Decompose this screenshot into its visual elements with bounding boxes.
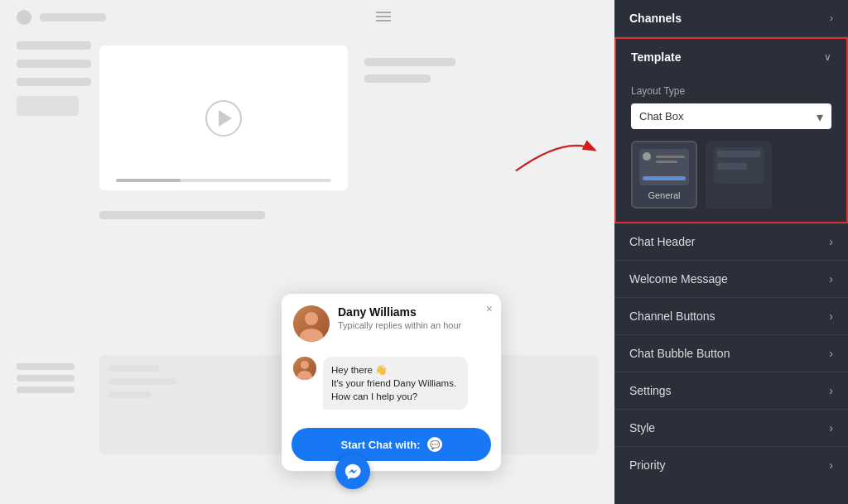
chat-user-status: Typically replies within an hour <box>338 320 489 330</box>
skel-lc2 <box>17 375 75 382</box>
thumb2-bar1 <box>717 151 760 157</box>
priority-label: Priority <box>629 458 666 472</box>
sidebar-item-style[interactable]: Style › <box>614 410 848 447</box>
preview-box <box>99 46 348 190</box>
chat-widget: Dany Williams Typically replies within a… <box>282 294 501 471</box>
sidebar-item-priority[interactable]: Priority › <box>614 447 848 483</box>
chat-bubble-button-label: Chat Bubble Button <box>629 347 730 360</box>
style-label: Style <box>629 421 655 434</box>
sidebar-item-channel-buttons[interactable]: Channel Buttons › <box>614 298 848 335</box>
red-arrow-indicator <box>505 128 605 178</box>
play-button[interactable] <box>205 100 242 137</box>
message-avatar <box>293 357 316 380</box>
logo-placeholder <box>17 10 31 25</box>
chat-user-info: Dany Williams Typically replies within a… <box>338 305 489 330</box>
thumb-line-1 <box>656 156 685 158</box>
sidebar-item-chat-header[interactable]: Chat Header › <box>614 223 848 261</box>
hamburger-icon[interactable] <box>376 12 391 22</box>
left-skeleton-group <box>17 41 95 116</box>
template-chevron: ∨ <box>824 51 831 63</box>
skel-r2 <box>364 74 431 83</box>
chat-header-label: Chat Header <box>629 235 695 248</box>
thumb-line-2 <box>656 161 677 163</box>
sidebar-item-chat-bubble-button[interactable]: Chat Bubble Button › <box>614 335 848 372</box>
below-preview-skeletons <box>99 211 265 219</box>
card1-bar3 <box>109 391 151 398</box>
template-body: Layout Type Chat Box Full Page Popup <box>616 75 846 222</box>
template-option-general[interactable]: General <box>631 141 697 209</box>
left-col-skeletons <box>17 355 83 454</box>
right-skeleton-group <box>364 58 455 83</box>
skel-btn <box>17 96 79 116</box>
settings-label: Settings <box>629 384 672 397</box>
chat-widget-header: Dany Williams Typically replies within a… <box>282 294 501 350</box>
welcome-message-label: Welcome Message <box>629 272 728 286</box>
template-thumb-second <box>714 147 764 184</box>
messenger-fab[interactable] <box>335 454 370 489</box>
template-section: Template ∨ Layout Type Chat Box Full Pag… <box>614 37 848 223</box>
skel-lc1 <box>17 363 75 370</box>
template-option-second[interactable] <box>706 141 772 209</box>
card1-bar1 <box>109 365 159 372</box>
sidebar-channels-header[interactable]: Channels › <box>614 0 848 37</box>
thumb-cta-bar <box>643 176 686 180</box>
channels-chevron: › <box>830 12 833 24</box>
start-chat-button[interactable]: Start Chat with: <box>292 428 491 461</box>
sidebar-item-settings[interactable]: Settings › <box>614 372 848 410</box>
chat-message-row: Hey there 👋It's your friend Dany William… <box>293 357 489 410</box>
priority-chevron: › <box>829 458 833 472</box>
chat-footer: Start Chat with: <box>282 420 501 471</box>
style-chevron: › <box>829 421 833 434</box>
settings-chevron: › <box>829 384 833 397</box>
skel-bar-3 <box>17 78 91 86</box>
chat-header-chevron: › <box>829 235 833 248</box>
nav-skeleton-1 <box>40 13 106 22</box>
layout-type-label: Layout Type <box>631 85 831 97</box>
layout-type-select[interactable]: Chat Box Full Page Popup <box>631 103 831 129</box>
template-option-label-general: General <box>648 190 680 200</box>
template-header[interactable]: Template ∨ <box>616 39 846 75</box>
skel-b1 <box>99 211 265 219</box>
messenger-icon <box>427 437 442 452</box>
chat-close-button[interactable]: × <box>486 302 493 315</box>
top-bar <box>0 0 614 35</box>
template-thumb-general <box>639 149 689 185</box>
sidebar-item-welcome-message[interactable]: Welcome Message › <box>614 261 848 298</box>
message-bubble: Hey there 👋It's your friend Dany William… <box>323 357 468 410</box>
skel-r1 <box>364 58 455 66</box>
channel-buttons-label: Channel Buttons <box>629 310 716 323</box>
progress-bar <box>116 179 331 182</box>
skel-bar-1 <box>17 41 91 50</box>
skel-bar-2 <box>17 60 91 68</box>
skel-lc3 <box>17 386 75 393</box>
chat-bubble-button-chevron: › <box>829 347 833 360</box>
template-options: General <box>631 141 831 209</box>
thumb-avatar <box>643 152 651 161</box>
main-content: Dany Williams Typically replies within a… <box>0 0 614 504</box>
chat-messages: Hey there 👋It's your friend Dany William… <box>282 350 501 420</box>
card1-bar2 <box>109 378 176 385</box>
chat-user-name: Dany Williams <box>338 305 489 319</box>
start-chat-label: Start Chat with: <box>340 439 420 451</box>
layout-select-wrapper[interactable]: Chat Box Full Page Popup <box>631 103 831 129</box>
welcome-message-chevron: › <box>829 272 833 286</box>
template-label: Template <box>631 50 681 64</box>
thumb2-bar2 <box>717 163 747 170</box>
chat-agent-avatar <box>293 305 330 342</box>
sidebar: Channels › Template ∨ Layout Type Chat B… <box>614 0 848 504</box>
channel-buttons-chevron: › <box>829 310 833 323</box>
channels-label: Channels <box>629 12 682 25</box>
